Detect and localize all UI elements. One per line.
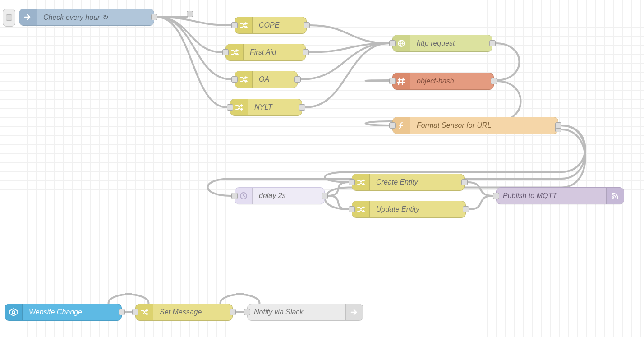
node-website[interactable]: Website Change — [5, 304, 122, 321]
node-label: Website Change — [23, 304, 121, 320]
wire-delay-to-create — [328, 182, 349, 196]
node-cope[interactable]: COPE — [235, 17, 307, 34]
hash-icon — [393, 73, 410, 89]
wire-delay-to-update — [328, 196, 349, 209]
wire-inject-to-firstaid — [157, 17, 222, 52]
node-label: Update Entity — [370, 201, 465, 217]
shuffle-icon — [352, 201, 370, 217]
arrow-right-icon — [345, 304, 363, 320]
node-label: Format Sensor for URL — [410, 117, 558, 134]
node-delay[interactable]: delay 2s — [235, 187, 325, 204]
shuffle-icon — [226, 44, 244, 60]
wire-cope-to-http — [310, 25, 389, 43]
node-label: Create Entity — [370, 174, 464, 190]
node-label: http request — [410, 35, 492, 51]
wire-firstaid-to-http — [309, 43, 389, 52]
inject-trigger-button[interactable] — [3, 9, 15, 27]
node-label: COPE — [253, 17, 306, 33]
shuffle-icon — [235, 71, 253, 88]
function-icon — [393, 117, 410, 134]
clock-icon — [235, 188, 253, 204]
node-label: Notify via Slack — [248, 304, 345, 320]
node-hash[interactable]: object-hash — [392, 73, 494, 90]
wire-create-to-mqtt — [468, 182, 493, 196]
shuffle-icon — [230, 99, 248, 115]
inject-extension-port — [187, 11, 193, 17]
node-label: Set Message — [153, 304, 232, 320]
rss-icon — [606, 188, 624, 204]
wire-nylt-to-http — [305, 43, 389, 107]
node-inject[interactable]: Check every hour ↻ — [19, 9, 154, 26]
wire-update-to-mqtt — [469, 196, 493, 209]
node-update[interactable]: Update Entity — [352, 201, 466, 218]
node-label: NYLT — [248, 99, 302, 115]
wire-canvas — [0, 0, 644, 337]
node-firstaid[interactable]: First Aid — [225, 44, 306, 61]
node-format[interactable]: Format Sensor for URL — [392, 117, 558, 134]
wire-inject-to-nylt — [157, 17, 227, 107]
node-mqtt[interactable]: Publish to MQTT — [496, 187, 624, 204]
globe-icon — [393, 35, 410, 51]
node-label: Publish to MQTT — [497, 188, 606, 204]
node-label: object-hash — [410, 73, 493, 89]
node-nylt[interactable]: NYLT — [230, 99, 302, 116]
wire-inject-to-oa — [157, 17, 231, 79]
bolt-icon — [5, 304, 23, 320]
wire-oa-to-http — [301, 43, 389, 79]
shuffle-icon — [136, 304, 153, 320]
wire-inject-to-cope — [157, 17, 231, 25]
node-oa[interactable]: OA — [235, 71, 298, 88]
node-http[interactable]: http request — [392, 35, 492, 52]
node-label: OA — [253, 71, 297, 88]
node-label: delay 2s — [253, 188, 324, 204]
shuffle-icon — [352, 174, 370, 190]
shuffle-icon — [235, 17, 253, 33]
node-create[interactable]: Create Entity — [352, 174, 465, 191]
node-slack[interactable]: Notify via Slack — [247, 304, 363, 321]
node-label: Check every hour ↻ — [37, 9, 154, 25]
node-label: First Aid — [244, 44, 305, 60]
arrow-right-icon — [19, 9, 37, 25]
node-setmsg[interactable]: Set Message — [135, 304, 233, 321]
